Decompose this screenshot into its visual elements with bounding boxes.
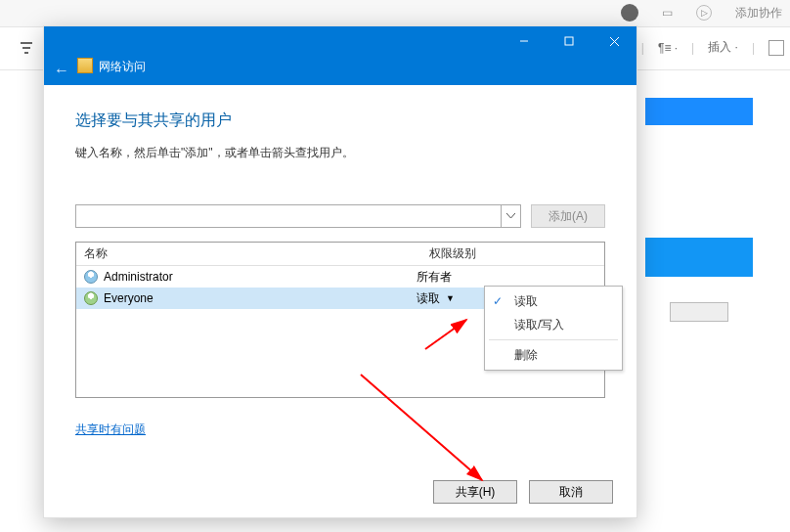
menu-item-read[interactable]: ✓ 读取 — [487, 289, 620, 313]
add-button: 添加(A) — [531, 204, 605, 228]
page-heading: 选择要与其共享的用户 — [75, 111, 605, 131]
menu-item-delete[interactable]: 删除 — [487, 343, 620, 367]
svg-rect-1 — [565, 37, 573, 45]
filter-icon — [20, 41, 33, 55]
avatar-icon — [621, 4, 638, 22]
user-icon — [84, 270, 98, 284]
chevron-down-icon[interactable] — [501, 205, 520, 227]
maximize-button[interactable] — [547, 26, 592, 56]
dialog-title: 网络访问 — [99, 59, 146, 75]
top-action[interactable]: 添加协作 — [735, 5, 782, 22]
check-icon: ✓ — [493, 294, 503, 308]
back-icon[interactable]: ← — [54, 62, 69, 79]
help-link[interactable]: 共享时有问题 — [75, 421, 146, 438]
app-topbar: ▭ ▷ 添加协作 — [0, 0, 790, 27]
menu-item-readwrite[interactable]: 读取/写入 — [487, 313, 620, 336]
user-combo[interactable] — [75, 204, 521, 228]
row-name: Everyone — [104, 291, 154, 305]
menu-separator — [489, 339, 618, 340]
permissions-table: 名称 权限级别 Administrator 所有者 Everyone 读取 ▼ … — [75, 242, 605, 398]
page-icon[interactable] — [768, 40, 784, 56]
instruction-text: 键入名称，然后单击"添加"，或者单击箭头查找用户。 — [75, 145, 605, 161]
share-button[interactable]: 共享(H) — [433, 480, 517, 504]
column-permission[interactable]: 权限级别 — [422, 245, 604, 262]
titlebar: ← 网络访问 — [44, 26, 636, 85]
group-icon — [84, 291, 98, 305]
row-permission: 所有者 — [417, 269, 452, 286]
indent-icon[interactable]: ¶≡ · — [658, 41, 678, 55]
row-name: Administrator — [104, 270, 173, 284]
close-button[interactable] — [592, 26, 636, 56]
chat-icon: ▭ — [662, 6, 673, 20]
cancel-button[interactable]: 取消 — [529, 480, 613, 504]
user-combo-input[interactable] — [76, 205, 501, 227]
row-permission: 读取 — [417, 290, 440, 307]
table-row[interactable]: Administrator 所有者 — [76, 266, 604, 288]
bg-panel — [645, 98, 753, 308]
play-icon: ▷ — [696, 5, 712, 21]
minimize-button[interactable] — [502, 26, 547, 56]
network-access-dialog: ← 网络访问 选择要与其共享的用户 键入名称，然后单击"添加"，或者单击箭头查找… — [43, 25, 637, 518]
folder-share-icon — [77, 58, 93, 73]
toolbar-insert[interactable]: 插入 · — [708, 39, 738, 56]
permission-menu: ✓ 读取 读取/写入 删除 — [484, 286, 623, 371]
column-name[interactable]: 名称 — [76, 245, 422, 262]
chevron-down-icon[interactable]: ▼ — [446, 293, 455, 303]
